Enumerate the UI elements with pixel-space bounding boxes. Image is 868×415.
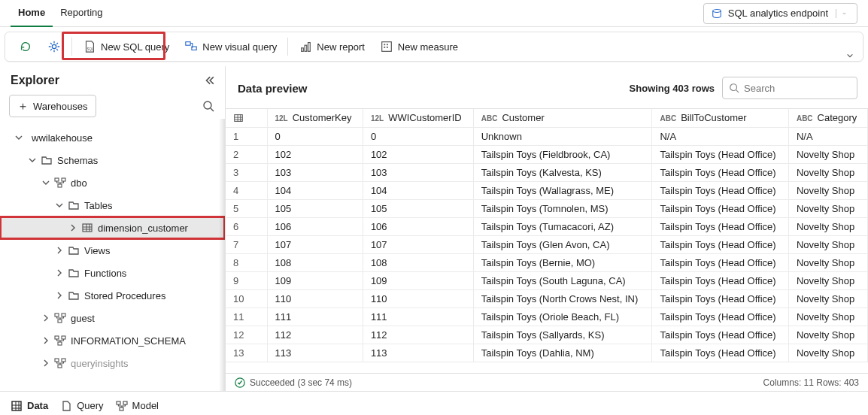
chevron-down-icon [836, 9, 846, 18]
cell: Novelty Shop [788, 145, 867, 163]
explorer-panel: Explorer ＋ Warehouses wwilakehouseSchema… [0, 66, 226, 391]
tree-node-label: dimension_customer [98, 223, 188, 234]
tree-node-guest[interactable]: guest [0, 307, 225, 329]
cell: 110 [363, 289, 473, 307]
table-row[interactable]: 11111111Tailspin Toys (Oriole Beach, FL)… [226, 307, 868, 326]
grid-icon [11, 400, 23, 412]
column-header-WWICustomerID[interactable]: 12LWWICustomerID [363, 109, 473, 127]
svg-rect-12 [387, 47, 388, 48]
toolbar-overflow-icon[interactable] [845, 52, 855, 59]
svg-rect-33 [120, 407, 123, 410]
table-row[interactable]: 7107107Tailspin Toys (Glen Avon, CA)Tail… [226, 235, 868, 253]
tab-home[interactable]: Home [11, 0, 53, 27]
tree-node-dbo[interactable]: dbo [0, 171, 225, 194]
svg-rect-3 [186, 42, 190, 46]
collapse-explorer-icon[interactable] [204, 75, 214, 86]
explorer-search-icon[interactable] [202, 100, 214, 112]
add-warehouses-button[interactable]: ＋ Warehouses [9, 95, 96, 117]
tree-node-schemas[interactable]: Schemas [0, 149, 225, 171]
svg-rect-10 [387, 44, 388, 45]
svg-point-0 [713, 9, 721, 12]
new-measure-button[interactable]: New measure [372, 35, 466, 59]
cell: Tailspin Toys (Head Office) [652, 235, 788, 253]
cell: Tailspin Toys (Head Office) [652, 271, 788, 289]
endpoint-switcher[interactable]: SQL analytics endpoint [703, 3, 857, 24]
tree-node-queryinsights[interactable]: queryinsights [0, 352, 225, 374]
tree-node-dimension-customer[interactable]: dimension_customer [0, 217, 225, 239]
search-icon [729, 83, 739, 93]
cell: Tailspin Toys (Head Office) [652, 326, 788, 344]
table-row[interactable]: 3103103Tailspin Toys (Kalvesta, KS)Tails… [226, 163, 868, 181]
table-row[interactable]: 9109109Tailspin Toys (South Laguna, CA)T… [226, 271, 868, 289]
cell: Novelty Shop [788, 344, 867, 362]
cell: 109 [363, 271, 473, 289]
tree-node-functions[interactable]: Functions [0, 262, 225, 284]
settings-button[interactable] [40, 35, 68, 59]
file-icon [60, 400, 72, 412]
tree-node-information-schema[interactable]: INFORMATION_SCHEMA [0, 329, 225, 352]
refresh-button[interactable] [11, 35, 40, 59]
schema-icon [54, 357, 66, 369]
cell: 111 [363, 307, 473, 326]
new-report-button[interactable]: New report [291, 35, 372, 59]
svg-point-1 [52, 44, 56, 48]
cell: 0 [267, 127, 363, 145]
tree-node-views[interactable]: Views [0, 239, 225, 262]
tab-reporting[interactable]: Reporting [53, 0, 110, 27]
svg-rect-19 [62, 314, 65, 317]
tree-node-label: dbo [71, 177, 87, 189]
cell: 102 [363, 145, 473, 163]
footer-tab-data[interactable]: Data [11, 395, 48, 416]
new-visual-query-button[interactable]: New visual query [177, 35, 284, 59]
column-header-BillToCustomer[interactable]: ABCBillToCustomer [652, 109, 788, 127]
chevron-icon [54, 269, 65, 277]
cell: 107 [267, 235, 363, 253]
chevron-icon [41, 314, 51, 322]
column-header-CustomerKey[interactable]: 12LCustomerKey [267, 109, 363, 127]
cell: Tailspin Toys (Tomnolen, MS) [473, 199, 652, 217]
measure-icon [380, 40, 393, 53]
visual-query-icon [184, 40, 198, 53]
footer-tab-model[interactable]: Model [116, 395, 159, 416]
row-number: 7 [226, 235, 267, 253]
footer-tab-query[interactable]: Query [60, 395, 103, 416]
table-row[interactable]: 12112112Tailspin Toys (Sallyards, KS)Tai… [226, 326, 868, 344]
tree-node-label: queryinsights [71, 358, 129, 369]
schema-icon [54, 335, 66, 347]
tree-node-label: Stored Procedures [84, 290, 165, 301]
table-row[interactable]: 10110110Tailspin Toys (North Crows Nest,… [226, 289, 868, 307]
svg-point-13 [204, 101, 211, 109]
status-summary: Columns: 11 Rows: 403 [763, 377, 859, 388]
toolbar: SQL New SQL query New visual query New r… [5, 32, 863, 62]
row-number: 5 [226, 199, 267, 217]
column-header-Customer[interactable]: ABCCustomer [473, 109, 652, 127]
table-row[interactable]: 100UnknownN/AN/A [226, 127, 868, 145]
status-bar: Succeeded (3 sec 74 ms) Columns: 11 Rows… [226, 373, 868, 391]
search-input[interactable] [744, 83, 851, 94]
cell: Tailspin Toys (Head Office) [652, 289, 788, 307]
table-row[interactable]: 13113113Tailspin Toys (Dahlia, NM)Tailsp… [226, 344, 868, 362]
tree-node-tables[interactable]: Tables [0, 194, 225, 217]
tree-node-label: wwilakehouse [32, 132, 93, 144]
table-row[interactable]: 6106106Tailspin Toys (Tumacacori, AZ)Tai… [226, 217, 868, 235]
tree-node-wwilakehouse[interactable]: wwilakehouse [0, 126, 225, 149]
svg-rect-28 [235, 114, 243, 121]
chevron-icon [54, 292, 65, 299]
table-row[interactable]: 8108108Tailspin Toys (Bernie, MO)Tailspi… [226, 253, 868, 271]
svg-rect-15 [62, 178, 65, 181]
chevron-icon [41, 179, 51, 186]
preview-search[interactable] [722, 77, 857, 99]
tree-node-stored-procedures[interactable]: Stored Procedures [0, 284, 225, 307]
cell: Tailspin Toys (Fieldbrook, CA) [473, 145, 652, 163]
column-header-Category[interactable]: ABCCategory [788, 109, 867, 127]
new-sql-query-label: New SQL query [101, 41, 169, 53]
row-number: 10 [226, 289, 267, 307]
cell: 105 [267, 199, 363, 217]
svg-rect-22 [62, 336, 65, 339]
model-icon [116, 400, 128, 412]
table-row[interactable]: 5105105Tailspin Toys (Tomnolen, MS)Tails… [226, 199, 868, 217]
new-sql-query-button[interactable]: SQL New SQL query [75, 35, 177, 59]
row-number: 13 [226, 344, 267, 362]
table-row[interactable]: 4104104Tailspin Toys (Wallagrass, ME)Tai… [226, 181, 868, 199]
table-row[interactable]: 2102102Tailspin Toys (Fieldbrook, CA)Tai… [226, 145, 868, 163]
